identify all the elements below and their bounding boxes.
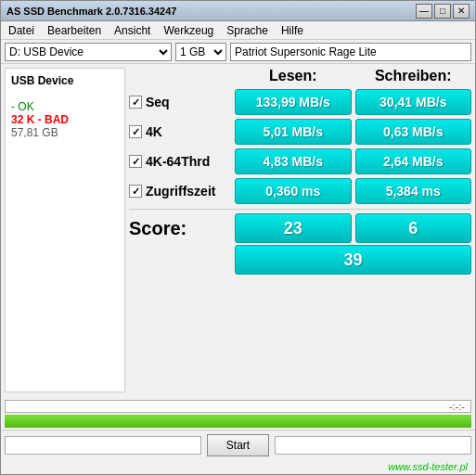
access-text: Zugriffszeit <box>146 184 215 199</box>
device-title: USB Device <box>11 74 119 87</box>
maximize-button[interactable]: □ <box>434 4 451 19</box>
4k64-checkbox[interactable]: ✓ <box>129 155 142 168</box>
start-button[interactable]: Start <box>207 434 269 456</box>
main-window: AS SSD Benchmark 2.0.7316.34247 — □ ✕ Da… <box>0 0 476 475</box>
status-ok: - OK <box>11 100 119 113</box>
menu-sprache[interactable]: Sprache <box>223 24 272 37</box>
score-write-value: 6 <box>355 213 472 243</box>
seq-text: Seq <box>146 95 170 109</box>
access-read-value: 0,360 ms <box>235 178 352 204</box>
menu-ansicht[interactable]: Ansicht <box>110 24 154 37</box>
score-row: Score: 23 6 <box>129 213 471 243</box>
4k-text: 4K <box>146 124 162 139</box>
bottom-right-area <box>275 436 471 455</box>
read-header: Lesen: <box>235 68 352 84</box>
access-write-value: 5,384 ms <box>355 178 472 204</box>
menu-bar: Datei Bearbeiten Ansicht Werkzeug Sprach… <box>1 21 475 40</box>
bottom-bar: Start <box>1 430 475 459</box>
main-content: USB Device - OK 32 K - BAD 57,81 GB Lese… <box>1 64 475 396</box>
4k-checkbox[interactable]: ✓ <box>129 125 142 138</box>
access-label: ✓ Zugriffszeit <box>129 184 231 199</box>
seq-checkbox[interactable]: ✓ <box>129 96 142 109</box>
score-total-row: 39 <box>129 245 471 275</box>
access-checkbox[interactable]: ✓ <box>129 185 142 198</box>
bottom-progress <box>5 436 201 455</box>
4k64-label: ✓ 4K-64Thrd <box>129 154 231 169</box>
green-status-bar <box>5 415 471 428</box>
close-button[interactable]: ✕ <box>453 4 470 19</box>
4k64-text: 4K-64Thrd <box>146 154 210 169</box>
watermark: www.ssd-tester.pl <box>388 461 468 472</box>
seq-label: ✓ Seq <box>129 95 231 109</box>
score-read-value: 23 <box>235 213 352 243</box>
4k-read-value: 5,01 MB/s <box>235 119 352 145</box>
drive-select[interactable]: D: USB Device <box>5 43 172 61</box>
4k64-read-value: 4,83 MB/s <box>235 148 352 174</box>
right-panel: Lesen: Schreiben: ✓ Seq 133,99 MB/s 30,4… <box>129 68 471 392</box>
seq-read-value: 133,99 MB/s <box>235 89 352 115</box>
device-name-label: Patriot Supersonic Rage Lite <box>230 43 471 61</box>
size-select[interactable]: 1 GB <box>175 43 226 61</box>
menu-hilfe[interactable]: Hilfe <box>277 24 307 37</box>
bench-headers: Lesen: Schreiben: <box>129 68 471 84</box>
progress-bar-container: -:-:- <box>5 400 471 413</box>
score-label: Score: <box>129 218 231 239</box>
bench-row-seq: ✓ Seq 133,99 MB/s 30,41 MB/s <box>129 88 471 116</box>
toolbar: D: USB Device 1 GB Patriot Supersonic Ra… <box>1 40 475 64</box>
menu-datei[interactable]: Datei <box>5 24 38 37</box>
4k-write-value: 0,63 MB/s <box>355 119 472 145</box>
disk-size: 57,81 GB <box>11 126 119 139</box>
bench-row-access: ✓ Zugriffszeit 0,360 ms 5,384 ms <box>129 177 471 205</box>
write-header: Schreiben: <box>355 68 472 84</box>
status-bad: 32 K - BAD <box>11 113 119 126</box>
title-buttons: — □ ✕ <box>416 4 470 19</box>
divider <box>129 209 471 210</box>
4k-label: ✓ 4K <box>129 124 231 139</box>
progress-bar-section: -:-:- <box>1 396 475 415</box>
bench-row-4k64: ✓ 4K-64Thrd 4,83 MB/s 2,64 MB/s <box>129 148 471 175</box>
title-bar: AS SSD Benchmark 2.0.7316.34247 — □ ✕ <box>1 1 475 21</box>
left-panel: USB Device - OK 32 K - BAD 57,81 GB <box>5 68 125 392</box>
window-title: AS SSD Benchmark 2.0.7316.34247 <box>6 6 176 17</box>
4k64-write-value: 2,64 MB/s <box>355 148 472 174</box>
bench-row-4k: ✓ 4K 5,01 MB/s 0,63 MB/s <box>129 118 471 146</box>
minimize-button[interactable]: — <box>416 4 432 19</box>
score-total-value: 39 <box>235 245 471 275</box>
seq-write-value: 30,41 MB/s <box>355 89 472 115</box>
menu-werkzeug[interactable]: Werkzeug <box>160 24 217 37</box>
watermark-area: www.ssd-tester.pl <box>1 459 475 474</box>
menu-bearbeiten[interactable]: Bearbeiten <box>44 24 105 37</box>
progress-time: -:-:- <box>449 401 465 412</box>
